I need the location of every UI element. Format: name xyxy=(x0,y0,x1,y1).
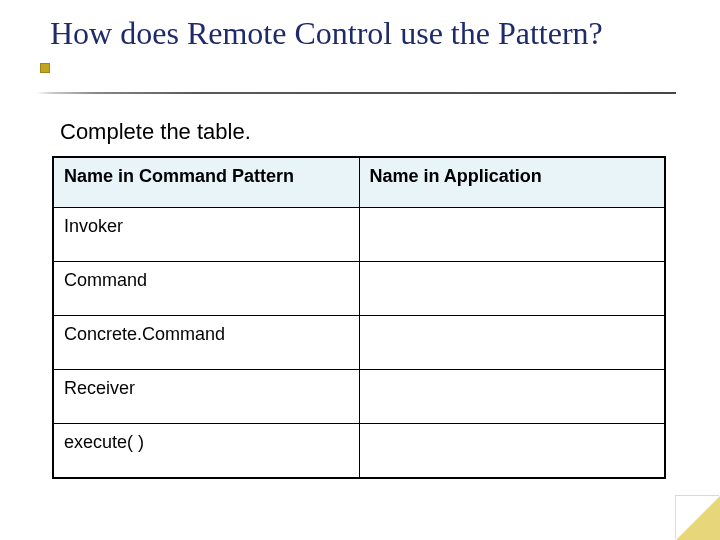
header-command-pattern: Name in Command Pattern xyxy=(53,157,359,208)
cell-application-name xyxy=(359,208,665,262)
title-bullet-icon xyxy=(40,63,50,73)
table-row: Receiver xyxy=(53,370,665,424)
table-row: Invoker xyxy=(53,208,665,262)
table-row: Concrete.Command xyxy=(53,316,665,370)
cell-application-name xyxy=(359,316,665,370)
pattern-mapping-table: Name in Command Pattern Name in Applicat… xyxy=(52,156,666,479)
page-corner-fold-icon xyxy=(676,496,720,540)
cell-pattern-name: Concrete.Command xyxy=(53,316,359,370)
cell-application-name xyxy=(359,262,665,316)
table-header-row: Name in Command Pattern Name in Applicat… xyxy=(53,157,665,208)
cell-pattern-name: execute( ) xyxy=(53,424,359,479)
cell-pattern-name: Receiver xyxy=(53,370,359,424)
cell-pattern-name: Invoker xyxy=(53,208,359,262)
subtitle-text: Complete the table. xyxy=(60,119,251,145)
title-underline xyxy=(36,92,676,94)
table-row: Command xyxy=(53,262,665,316)
slide-title: How does Remote Control use the Pattern? xyxy=(50,16,650,51)
cell-application-name xyxy=(359,424,665,479)
cell-application-name xyxy=(359,370,665,424)
cell-pattern-name: Command xyxy=(53,262,359,316)
slide-title-block: How does Remote Control use the Pattern? xyxy=(50,16,650,51)
table-row: execute( ) xyxy=(53,424,665,479)
header-application: Name in Application xyxy=(359,157,665,208)
